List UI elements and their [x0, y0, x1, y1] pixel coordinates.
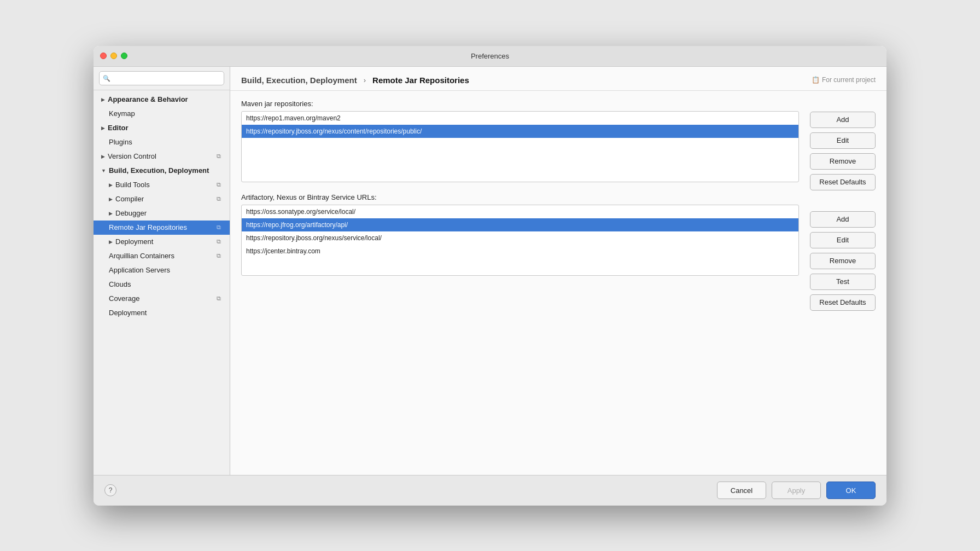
maven-repo-list[interactable]: https://repo1.maven.org/maven2 https://r…: [241, 111, 799, 182]
nav-items: ▶ Appearance & Behavior Keymap ▶ Editor …: [94, 90, 230, 475]
titlebar: Preferences: [94, 46, 886, 67]
list-item[interactable]: https://repo1.maven.org/maven2: [242, 112, 798, 125]
sidebar-item-remote-jar[interactable]: Remote Jar Repositories ⧉: [94, 221, 230, 235]
art-add-button[interactable]: Add: [810, 211, 876, 228]
preferences-window: Preferences 🔍 ▶ Appearance & Behavior Ke…: [94, 46, 886, 506]
breadcrumb-current: Remote Jar Repositories: [372, 76, 469, 85]
sidebar-item-clouds[interactable]: Clouds: [94, 277, 230, 292]
maven-reset-button[interactable]: Reset Defaults: [810, 174, 876, 190]
project-icon: 📋: [812, 76, 820, 84]
artifactory-repo-list[interactable]: https://oss.sonatype.org/service/local/ …: [241, 205, 799, 276]
main-content-area: 🔍 ▶ Appearance & Behavior Keymap ▶ Edito…: [94, 67, 886, 475]
bottom-bar: ? Cancel Apply OK: [94, 475, 886, 506]
maximize-button[interactable]: [121, 53, 127, 59]
copy-icon: ⧉: [217, 295, 224, 303]
art-test-button[interactable]: Test: [810, 274, 876, 290]
search-wrapper: 🔍: [99, 71, 224, 85]
copy-icon: ⧉: [217, 195, 224, 203]
sidebar-item-debugger[interactable]: ▶ Debugger: [94, 206, 230, 221]
copy-icon: ⧉: [217, 153, 224, 160]
buttons-container: Add Edit Remove Reset Defaults Add Edit …: [810, 100, 876, 466]
header: Build, Execution, Deployment › Remote Ja…: [230, 67, 886, 91]
sidebar-item-build-tools[interactable]: ▶ Build Tools ⧉: [94, 178, 230, 192]
sidebar-item-editor[interactable]: ▶ Editor: [94, 121, 230, 135]
for-project-label: For current project: [822, 76, 876, 84]
maven-label: Maven jar repositories:: [241, 100, 799, 108]
copy-icon: ⧉: [217, 224, 224, 231]
sidebar-item-app-servers[interactable]: Application Servers: [94, 263, 230, 277]
breadcrumb-arrow: ›: [364, 76, 366, 84]
search-input[interactable]: [99, 71, 224, 85]
artifactory-label: Artifactory, Nexus or Bintray Service UR…: [241, 193, 799, 201]
breadcrumb-parent: Build, Execution, Deployment: [241, 76, 357, 85]
artifactory-buttons: Add Edit Remove Test Reset Defaults: [810, 199, 876, 311]
search-container: 🔍: [94, 67, 230, 90]
window-title: Preferences: [471, 52, 509, 60]
bottom-actions: Cancel Apply OK: [717, 482, 876, 499]
ok-button[interactable]: OK: [826, 482, 876, 499]
search-icon: 🔍: [103, 74, 110, 82]
list-item[interactable]: https://repo.jfrog.org/artifactory/api/: [242, 218, 798, 231]
maven-edit-button[interactable]: Edit: [810, 132, 876, 149]
maven-remove-button[interactable]: Remove: [810, 153, 876, 170]
help-button[interactable]: ?: [104, 484, 116, 496]
list-item[interactable]: https://oss.sonatype.org/service/local/: [242, 205, 798, 218]
copy-icon: ⧉: [217, 252, 224, 260]
sidebar-item-build-execution[interactable]: ▼ Build, Execution, Deployment: [94, 164, 230, 178]
chevron-right-icon: ▶: [101, 97, 105, 102]
panel-content: Maven jar repositories: https://repo1.ma…: [230, 91, 886, 475]
repos-area: Maven jar repositories: https://repo1.ma…: [241, 100, 799, 466]
chevron-right-icon: ▶: [109, 196, 113, 202]
art-edit-button[interactable]: Edit: [810, 232, 876, 248]
sidebar-item-deployment[interactable]: ▶ Deployment ⧉: [94, 235, 230, 249]
sidebar-item-arquillian[interactable]: Arquillian Containers ⧉: [94, 249, 230, 263]
art-remove-button[interactable]: Remove: [810, 253, 876, 269]
maven-add-button[interactable]: Add: [810, 112, 876, 128]
chevron-down-icon: ▼: [101, 168, 106, 173]
traffic-lights: [100, 53, 127, 59]
list-item[interactable]: https://jcenter.bintray.com: [242, 245, 798, 258]
sidebar-item-keymap[interactable]: Keymap: [94, 107, 230, 121]
sidebar-item-coverage[interactable]: Coverage ⧉: [94, 292, 230, 306]
sidebar-item-compiler[interactable]: ▶ Compiler ⧉: [94, 192, 230, 206]
maven-buttons: Add Edit Remove Reset Defaults: [810, 100, 876, 190]
sidebar: 🔍 ▶ Appearance & Behavior Keymap ▶ Edito…: [94, 67, 230, 475]
sidebar-item-plugins[interactable]: Plugins: [94, 135, 230, 149]
main-panel: Build, Execution, Deployment › Remote Ja…: [230, 67, 886, 475]
cancel-button[interactable]: Cancel: [717, 482, 766, 499]
sidebar-item-deployment2[interactable]: Deployment: [94, 306, 230, 320]
chevron-right-icon: ▶: [101, 154, 105, 159]
sidebar-item-appearance[interactable]: ▶ Appearance & Behavior: [94, 92, 230, 107]
close-button[interactable]: [100, 53, 107, 59]
artifactory-section: Artifactory, Nexus or Bintray Service UR…: [241, 193, 799, 276]
sidebar-item-version-control[interactable]: ▶ Version Control ⧉: [94, 149, 230, 164]
for-project: 📋 For current project: [812, 76, 876, 84]
copy-icon: ⧉: [217, 238, 224, 246]
apply-button[interactable]: Apply: [772, 482, 821, 499]
chevron-right-icon: ▶: [109, 211, 113, 216]
minimize-button[interactable]: [110, 53, 117, 59]
list-item[interactable]: https://repository.jboss.org/nexus/servi…: [242, 231, 798, 245]
list-item[interactable]: https://repository.jboss.org/nexus/conte…: [242, 125, 798, 138]
chevron-right-icon: ▶: [101, 125, 105, 131]
maven-section: Maven jar repositories: https://repo1.ma…: [241, 100, 799, 182]
chevron-right-icon: ▶: [109, 182, 113, 188]
chevron-right-icon: ▶: [109, 239, 113, 245]
art-reset-button[interactable]: Reset Defaults: [810, 294, 876, 311]
copy-icon: ⧉: [217, 181, 224, 189]
